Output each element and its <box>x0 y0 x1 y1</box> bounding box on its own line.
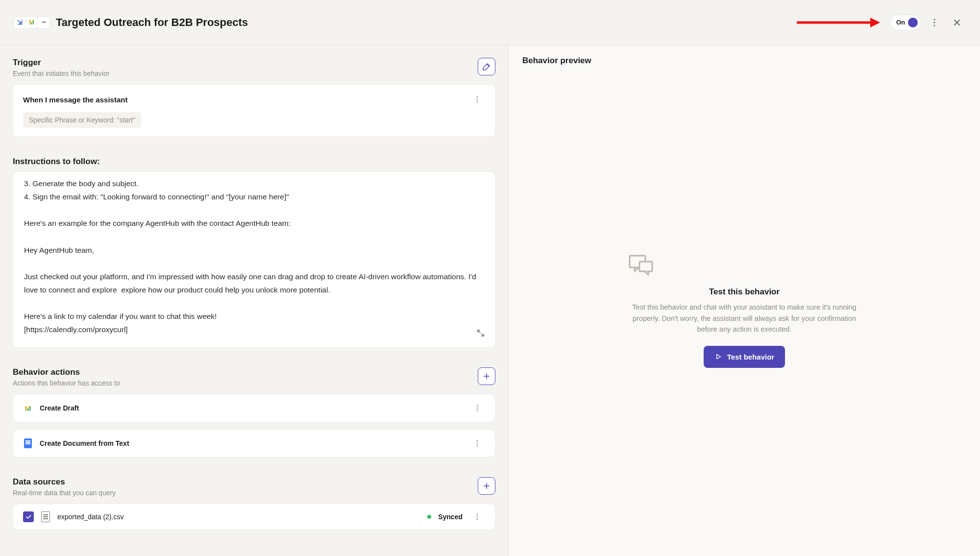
data-source-item-menu[interactable] <box>469 511 485 523</box>
svg-point-14 <box>477 514 478 515</box>
svg-point-16 <box>477 519 478 520</box>
gmail-icon: M <box>23 403 33 413</box>
actions-subtitle: Actions this behavior has access to <box>13 379 120 387</box>
toggle-knob <box>908 18 918 27</box>
action-item[interactable]: M Create Draft <box>13 394 495 422</box>
svg-point-7 <box>477 101 478 103</box>
action-item-menu[interactable] <box>469 402 485 414</box>
annotation-arrow <box>797 16 880 29</box>
sync-status-dot <box>427 515 431 519</box>
trigger-card-menu[interactable] <box>469 94 485 105</box>
action-label: Create Document from Text <box>40 439 129 447</box>
svg-point-2 <box>933 19 935 20</box>
svg-point-10 <box>477 410 478 411</box>
test-behavior-button[interactable]: Test behavior <box>704 346 785 368</box>
svg-point-11 <box>477 440 478 442</box>
page-title: Targeted Outreach for B2B Prospects <box>56 16 248 29</box>
edit-trigger-button[interactable] <box>478 58 495 75</box>
integration-icon-1: ⇲ <box>14 17 26 28</box>
svg-point-9 <box>477 408 478 409</box>
toggle-label: On <box>896 19 905 26</box>
instructions-box: 3. Generate the body and subject. 4. Sig… <box>13 171 495 348</box>
preview-description: Test this behavior and chat with your as… <box>627 302 862 335</box>
trigger-phrase-pill: Specific Phrase or Keyword: "start" <box>23 112 141 128</box>
preview-title: Test this behavior <box>627 287 862 297</box>
config-panel: Trigger Event that initiates this behavi… <box>0 45 509 556</box>
expand-instructions-button[interactable] <box>473 326 488 340</box>
gmail-icon: M <box>26 17 38 28</box>
svg-point-13 <box>477 445 478 447</box>
svg-point-15 <box>477 516 478 518</box>
actions-section: Behavior actions Actions this behavior h… <box>13 367 495 458</box>
svg-rect-18 <box>639 262 652 271</box>
trigger-card: When I message the assistant Specific Ph… <box>13 84 495 137</box>
trigger-section: Trigger Event that initiates this behavi… <box>13 58 495 137</box>
svg-marker-1 <box>870 18 880 27</box>
add-data-source-button[interactable] <box>478 477 495 495</box>
app-icon-group: ⇲ M ••• <box>14 16 50 29</box>
trigger-subtitle: Event that initiates this behavior <box>13 70 110 77</box>
data-source-checkbox[interactable] <box>23 511 34 522</box>
close-button[interactable] <box>948 13 966 32</box>
action-label: Create Draft <box>40 404 79 412</box>
action-item-menu[interactable] <box>469 437 485 449</box>
data-sources-section: Data sources Real-time data that you can… <box>13 477 495 530</box>
instructions-text[interactable]: 3. Generate the body and subject. 4. Sig… <box>24 177 484 338</box>
trigger-phrase-value: "start" <box>117 116 135 124</box>
trigger-card-title: When I message the assistant <box>23 96 127 104</box>
trigger-phrase-label: Specific Phrase or Keyword: <box>29 116 117 124</box>
svg-point-5 <box>477 97 478 98</box>
svg-point-3 <box>933 22 935 23</box>
test-behavior-label: Test behavior <box>727 353 774 361</box>
preview-panel: Behavior preview Test this behavior Test… <box>509 45 980 556</box>
action-item[interactable]: Create Document from Text <box>13 429 495 458</box>
behavior-toggle[interactable]: On <box>890 15 921 30</box>
play-icon <box>714 353 722 361</box>
document-icon <box>23 438 33 448</box>
data-source-filename: exported_data (2).csv <box>57 513 123 521</box>
sync-status-text: Synced <box>438 513 463 521</box>
more-integrations-icon: ••• <box>38 17 49 28</box>
add-action-button[interactable] <box>478 367 495 385</box>
file-icon <box>41 512 50 522</box>
svg-point-8 <box>477 405 478 407</box>
instructions-section: Instructions to follow: 3. Generate the … <box>13 157 495 348</box>
svg-point-12 <box>477 443 478 444</box>
data-sources-title: Data sources <box>13 477 116 487</box>
preview-header: Behavior preview <box>509 45 980 66</box>
svg-point-4 <box>933 24 935 26</box>
instructions-title: Instructions to follow: <box>13 157 495 167</box>
data-source-item[interactable]: exported_data (2).csv Synced <box>13 504 495 530</box>
actions-title: Behavior actions <box>13 367 120 377</box>
header: ⇲ M ••• Targeted Outreach for B2B Prospe… <box>0 0 980 45</box>
trigger-title: Trigger <box>13 58 110 68</box>
more-menu-button[interactable] <box>925 13 944 32</box>
data-sources-subtitle: Real-time data that you can query <box>13 489 116 497</box>
svg-point-6 <box>477 99 478 100</box>
chat-icon <box>627 254 862 278</box>
